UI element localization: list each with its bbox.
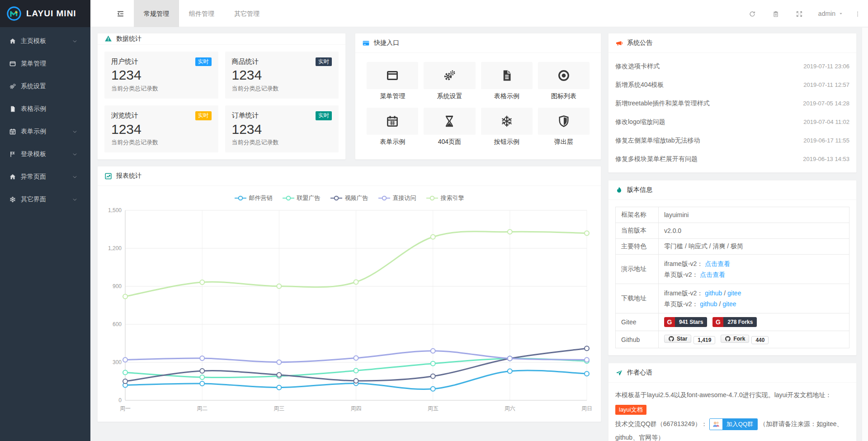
version-value: v2.0.0	[664, 227, 681, 234]
svg-text:周三: 周三	[274, 405, 284, 412]
main-content: 数据统计 用户统计 实时 1234 当前分类总记录数 商品统计 实时 1234 …	[90, 27, 868, 441]
sidebar-item-3[interactable]: 系统设置	[0, 75, 90, 98]
link-点击查看[interactable]: 点击查看	[705, 260, 730, 267]
home-icon	[9, 173, 16, 180]
quick-item-8[interactable]: 弹出层	[538, 108, 590, 146]
stat-title: 订单统计	[232, 111, 259, 120]
tab-1[interactable]: 常规管理	[134, 0, 179, 27]
announcement-item-6[interactable]: 修复多模块菜单栏展开有问题 2019-06-13 14:53	[615, 150, 849, 168]
announcement-date: 2019-07-05 14:28	[803, 100, 849, 107]
link-github[interactable]: github	[700, 300, 717, 308]
sidebar-item-label: 表单示例	[21, 128, 46, 136]
chevron-down-icon	[72, 38, 78, 44]
announcement-item-3[interactable]: 新增treetable插件和菜单管理样式 2019-07-05 14:28	[615, 94, 849, 113]
stat-card-3: 浏览统计 实时 1234 当前分类总记录数	[104, 105, 218, 152]
more-menu-button[interactable]	[854, 10, 861, 17]
quick-item-4[interactable]: 图标列表	[538, 62, 590, 100]
link-gitee[interactable]: gitee	[722, 300, 736, 308]
join-qq-button[interactable]: 加入QQ群	[709, 418, 758, 430]
sidebar-item-label: 其它界面	[21, 195, 46, 204]
panel-title: 作者心语	[627, 369, 652, 377]
snowflake-icon	[500, 114, 514, 128]
legend-item-2[interactable]: 联盟广告	[283, 194, 321, 202]
megaphone-icon	[615, 39, 623, 47]
quick-item-label: 弹出层	[538, 138, 590, 146]
tab-3[interactable]: 其它管理	[224, 0, 269, 27]
sidebar-menu: 主页模板菜单管理系统设置表格示例表单示例登录模板异常页面其它界面	[0, 27, 90, 211]
quick-item-6[interactable]: 404页面	[424, 108, 475, 146]
version-row-5: 下载地址iframe版-v2： github / gitee单页版-v2： gi…	[616, 284, 849, 313]
legend-marker	[426, 195, 438, 201]
github-fork-button[interactable]: Fork	[721, 335, 749, 343]
quick-item-7[interactable]: 按钮示例	[481, 108, 533, 146]
svg-text:周四: 周四	[351, 405, 362, 412]
quick-item-2[interactable]: 系统设置	[424, 62, 475, 100]
stat-value: 1234	[232, 121, 332, 138]
people-icon	[712, 420, 721, 429]
gitee-badge[interactable]: G278 Forks	[712, 317, 757, 327]
version-panel: 版本信息 框架名称layuimini当前版本v2.0.0主要特色零门槛 / 响应…	[608, 180, 857, 356]
announcement-item-4[interactable]: 修改logo缩放问题 2019-07-04 11:02	[615, 113, 849, 131]
gitee-badge[interactable]: G941 Stars	[664, 317, 707, 327]
version-label: 下载地址	[616, 284, 659, 313]
quick-entry-panel: 快捷入口 菜单管理 系统设置 表格示例 图标列表 表单示例 404页面 按钮示例…	[355, 33, 601, 160]
svg-text:900: 900	[113, 283, 122, 289]
chevron-down-icon	[72, 129, 78, 135]
link-点击查看[interactable]: 点击查看	[700, 271, 725, 278]
svg-text:600: 600	[113, 321, 122, 327]
file-icon	[500, 69, 514, 82]
stat-title: 浏览统计	[111, 111, 138, 120]
menu-fold-button[interactable]	[107, 0, 134, 27]
legend-label: 视频广告	[345, 194, 368, 202]
username: admin	[818, 10, 835, 17]
user-menu[interactable]: admin	[818, 10, 844, 17]
version-label: 框架名称	[616, 207, 659, 223]
layui-doc-badge[interactable]: layui文档	[615, 405, 646, 415]
svg-text:300: 300	[113, 359, 122, 365]
chevron-down-icon	[72, 174, 78, 180]
sidebar-item-4[interactable]: 表格示例	[0, 98, 90, 120]
quick-item-label: 表格示例	[481, 92, 533, 100]
sidebar-item-2[interactable]: 菜单管理	[0, 52, 90, 75]
sidebar-item-8[interactable]: 其它界面	[0, 188, 90, 211]
announcement-item-5[interactable]: 修复左侧菜单缩放tab无法移动 2019-06-17 11:55	[615, 131, 849, 150]
announcement-item-1[interactable]: 修改选项卡样式 2019-07-11 23:06	[615, 57, 849, 76]
legend-item-3[interactable]: 视频广告	[330, 194, 368, 202]
scrollbar-track[interactable]	[862, 28, 868, 441]
quick-item-5[interactable]: 表单示例	[367, 108, 418, 146]
data-stats-panel: 数据统计 用户统计 实时 1234 当前分类总记录数 商品统计 实时 1234 …	[97, 33, 346, 160]
app-title: LAYUI MINI	[26, 9, 76, 19]
clear-cache-button[interactable]	[772, 10, 779, 17]
sidebar-item-6[interactable]: 登录模板	[0, 143, 90, 166]
announcement-item-2[interactable]: 新增系统404模板 2019-07-11 12:57	[615, 76, 849, 94]
fullscreen-button[interactable]	[796, 10, 803, 17]
version-label: Gitee	[616, 313, 659, 331]
link-gitee[interactable]: gitee	[727, 289, 741, 297]
legend-label: 邮件营销	[249, 194, 273, 202]
github-fork-count[interactable]: 440	[751, 336, 769, 344]
alert-icon	[104, 35, 112, 43]
link-github[interactable]: github	[705, 289, 722, 297]
logo[interactable]: LAYUI MINI	[0, 0, 90, 27]
legend-item-5[interactable]: 搜索引擎	[426, 194, 464, 202]
gears-icon	[9, 83, 16, 90]
legend-item-4[interactable]: 直接访问	[378, 194, 416, 202]
legend-item-1[interactable]: 邮件营销	[235, 194, 273, 202]
quick-item-1[interactable]: 菜单管理	[367, 62, 418, 100]
svg-text:周五: 周五	[428, 405, 439, 412]
announcement-date: 2019-07-04 11:02	[803, 119, 849, 125]
github-star-count[interactable]: 1,419	[693, 336, 715, 344]
github-icon	[725, 336, 731, 342]
version-value: 零门槛 / 响应式 / 清爽 / 极简	[664, 242, 743, 250]
refresh-button[interactable]	[749, 10, 756, 17]
tab-2[interactable]: 组件管理	[179, 0, 224, 27]
github-star-button[interactable]: Star	[664, 335, 691, 343]
stat-desc: 当前分类总记录数	[232, 85, 332, 93]
sidebar-item-1[interactable]: 主页模板	[0, 30, 90, 52]
sidebar-item-7[interactable]: 异常页面	[0, 166, 90, 188]
quick-item-3[interactable]: 表格示例	[481, 62, 533, 100]
sidebar-item-5[interactable]: 表单示例	[0, 120, 90, 143]
legend-label: 联盟广告	[297, 194, 321, 202]
chevron-down-icon	[72, 197, 78, 203]
stat-cards: 用户统计 实时 1234 当前分类总记录数 商品统计 实时 1234 当前分类总…	[98, 45, 345, 159]
